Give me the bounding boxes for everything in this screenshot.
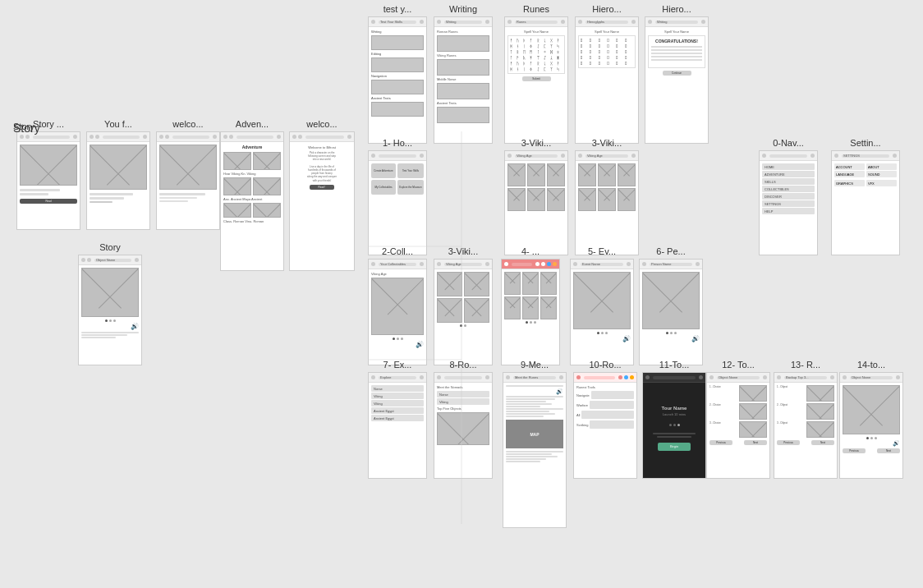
frame-ex7: 7- Ex... Explore Norse Viking Viking Anc… bbox=[368, 360, 427, 479]
frame-box-hiero1[interactable]: Hieroglyphs Spell Your Name 𓀀𓀁𓀂𓀃𓀄𓀅 𓀆𓀇𓀈𓀉𓀊… bbox=[575, 16, 639, 144]
frame-to12: 12- To... Object Name 1 - Choice 2 - Cho… bbox=[706, 360, 770, 479]
frame-box-to14[interactable]: Object Name 🔊 Previous Next bbox=[839, 372, 903, 479]
frame-box-welco2[interactable]: Welcome to Bifrost Pick a character on t… bbox=[289, 131, 355, 271]
frame-label-viki3a: 3-Viki... bbox=[521, 138, 551, 148]
frame-welco2: welco... Welcome to Bifrost Pick a chara… bbox=[289, 119, 355, 271]
frame-story3: Story Object Name 🔊 bbox=[78, 242, 142, 365]
frame-writing: Writing Writing Roman Runes Viking Runes… bbox=[434, 4, 493, 144]
frame-nav0: 0-Nav... HOME ADVENTURE SKILLS COLLECTIB… bbox=[759, 138, 818, 255]
frame-box-ho1[interactable]: Create Adventure My Collectables Test Yo… bbox=[368, 150, 427, 255]
frame-box-viki3b[interactable]: Viking Age bbox=[575, 150, 639, 255]
nav-discover[interactable]: DISCOVER bbox=[762, 193, 815, 200]
frame-label-writing: Writing bbox=[449, 4, 477, 14]
frame-box-hiero2[interactable]: Writing Spell Your Name CONGRATULATIONS!… bbox=[645, 16, 709, 144]
frame-box-ro10[interactable]: Runexi Tools Navigate Warfare All Scribi… bbox=[573, 372, 637, 479]
frame-adven: Adven... Adventure Hvar Viking Kn. Vikin… bbox=[220, 119, 284, 271]
frame-viki3c: 3-Viki... Viking Age bbox=[434, 246, 493, 365]
frame-hiero2: Hiero... Writing Spell Your Name CONGRAT… bbox=[645, 4, 709, 144]
frame-label-ho1: 1- Ho... bbox=[383, 138, 412, 148]
frame-label-runes: Runes bbox=[523, 4, 549, 14]
frame-box-runes[interactable]: Runes Spell Your Name ᚠᚢᚦᚩᚱᚳᚷᚹ ᚻᚾᛁᛄᛇᛈᛉᛋ … bbox=[504, 16, 568, 144]
frame-label-ro10: 10-Ro... bbox=[589, 360, 621, 370]
frame-viki3a: 3-Viki... Viking Age bbox=[504, 138, 568, 255]
frame-r13: 13- R... Backup Top 3... 1 - Object 2 - … bbox=[774, 360, 838, 479]
frame-coll2: 2-Coll... Your Collectables Viking Age 🔊 bbox=[368, 246, 427, 365]
frame-box-viki3c[interactable]: Viking Age bbox=[434, 259, 493, 365]
frame-box-story1[interactable]: Read bbox=[16, 131, 80, 230]
frame-label-pe6: 6- Pe... bbox=[656, 246, 685, 256]
frame-label-viki3c: 3-Viki... bbox=[448, 246, 478, 256]
frame-label-to14: 14-to... bbox=[857, 360, 885, 370]
nav-help[interactable]: HELP bbox=[762, 208, 815, 214]
frame-box-testy[interactable]: Test Your Skills Writing Editing Navigat… bbox=[368, 16, 427, 144]
frame-label-adven: Adven... bbox=[236, 119, 269, 129]
frame-box-coll2[interactable]: Your Collectables Viking Age 🔊 bbox=[368, 259, 427, 365]
frame-box-viki3a[interactable]: Viking Age bbox=[504, 150, 568, 255]
frame-box-me9[interactable]: Meet the Runes 🔊 MAP bbox=[503, 372, 567, 528]
frame-pe6: 6- Pe... Person Name 🔊 bbox=[639, 246, 703, 365]
frame-box-to11[interactable]: Tour Name Launch 10 mins Begin bbox=[642, 372, 706, 479]
frame-box-story3[interactable]: Object Name 🔊 bbox=[78, 255, 142, 365]
frame-box-to12[interactable]: Object Name 1 - Choice 2 - Choice 3 - Ch… bbox=[706, 372, 770, 479]
frame-label-welco2: welco... bbox=[306, 119, 337, 129]
frame-testy: test y... Test Your Skills Writing Editi… bbox=[368, 4, 427, 144]
frame-dots4: 4- ... bbox=[501, 246, 560, 365]
frame-story1: Story ... Read bbox=[16, 119, 80, 230]
label-story-topleft: Story bbox=[13, 122, 40, 135]
frame-ro10: 10-Ro... Runexi Tools Navigate Warfare bbox=[573, 360, 637, 479]
frame-box-ev5[interactable]: Event Name 🔊 bbox=[570, 259, 634, 365]
frame-hiero1: Hiero... Hieroglyphs Spell Your Name 𓀀𓀁𓀂… bbox=[575, 4, 639, 144]
frame-label-r13: 13- R... bbox=[791, 360, 820, 370]
frame-label-to11: 11-To... bbox=[659, 360, 690, 370]
frame-welco1: welco... bbox=[156, 119, 220, 230]
frame-ro8: 8-Ro... Meet the Nomads Norse Viking Top… bbox=[434, 360, 493, 479]
frame-label-coll2: 2-Coll... bbox=[382, 246, 413, 256]
frame-box-pe6[interactable]: Person Name 🔊 bbox=[639, 259, 703, 365]
frame-label-welco1: welco... bbox=[172, 119, 203, 129]
frame-box-ex7[interactable]: Explore Norse Viking Viking Ancient Egyp… bbox=[368, 372, 427, 479]
frame-label-viki3b: 3-Viki... bbox=[592, 138, 622, 148]
frame-box-dots4[interactable] bbox=[501, 259, 560, 365]
canvas: Story ... Read You f... bbox=[0, 0, 923, 588]
frame-box-welco1[interactable] bbox=[156, 131, 220, 230]
frame-label-testy: test y... bbox=[383, 4, 412, 14]
frame-label-nav0: 0-Nav... bbox=[773, 138, 804, 148]
frame-box-adven[interactable]: Adventure Hvar Viking Kn. Viking Anc. An… bbox=[220, 131, 284, 271]
frame-youf: You f... bbox=[86, 119, 150, 230]
nav-collectibles[interactable]: COLLECTIBLES bbox=[762, 186, 815, 192]
nav-skills[interactable]: SKILLS bbox=[762, 178, 815, 185]
frame-label-to12: 12- To... bbox=[722, 360, 755, 370]
frame-label-me9: 9-Me... bbox=[521, 360, 549, 370]
frame-viki3b: 3-Viki... Viking Age bbox=[575, 138, 639, 255]
frame-box-writing[interactable]: Writing Roman Runes Viking Runes Middle … bbox=[434, 16, 493, 144]
frame-runes: Runes Runes Spell Your Name ᚠᚢᚦᚩᚱᚳᚷᚹ ᚻᚾᛁ… bbox=[504, 4, 568, 144]
frame-label-youf: You f... bbox=[104, 119, 132, 129]
frame-me9: 9-Me... Meet the Runes 🔊 bbox=[503, 360, 567, 528]
nav-settings[interactable]: SETTINGS bbox=[762, 200, 815, 207]
frame-label-hiero2: Hiero... bbox=[662, 4, 691, 14]
frame-to14: 14-to... Object Name 🔊 Previous bbox=[839, 360, 903, 479]
frame-box-youf[interactable] bbox=[86, 131, 150, 230]
frame-box-settin[interactable]: SETTINGS ACCOUNT ABOUT LANGUAGE SOUND GR… bbox=[831, 150, 900, 255]
frame-label-ro8: 8-Ro... bbox=[449, 360, 476, 370]
frame-label-dots4: 4- ... bbox=[521, 246, 540, 256]
frame-ho1: 1- Ho... Create Adventure My Collectable… bbox=[368, 138, 427, 255]
frame-ev5: 5- Ev... Event Name 🔊 bbox=[570, 246, 634, 365]
frame-box-r13[interactable]: Backup Top 3... 1 - Object 2 - Object 3 … bbox=[774, 372, 838, 479]
frame-label-ev5: 5- Ev... bbox=[588, 246, 616, 256]
frame-label-ex7: 7- Ex... bbox=[383, 360, 412, 370]
frame-settin: Settin... SETTINGS ACCOUNT ABOUT LANGUAG… bbox=[831, 138, 900, 255]
nav-home[interactable]: HOME bbox=[762, 163, 815, 170]
frame-label-story3: Story bbox=[99, 242, 121, 252]
frame-label-settin: Settin... bbox=[850, 138, 880, 148]
frame-box-nav0[interactable]: HOME ADVENTURE SKILLS COLLECTIBLES DISCO… bbox=[759, 150, 818, 255]
nav-adventure[interactable]: ADVENTURE bbox=[762, 171, 815, 177]
frame-label-hiero1: Hiero... bbox=[592, 4, 621, 14]
frame-to11: 11-To... Tour Name Launch 10 mins Begin bbox=[642, 360, 706, 479]
frame-box-ro8[interactable]: Meet the Nomads Norse Viking Top Five Ob… bbox=[434, 372, 493, 479]
